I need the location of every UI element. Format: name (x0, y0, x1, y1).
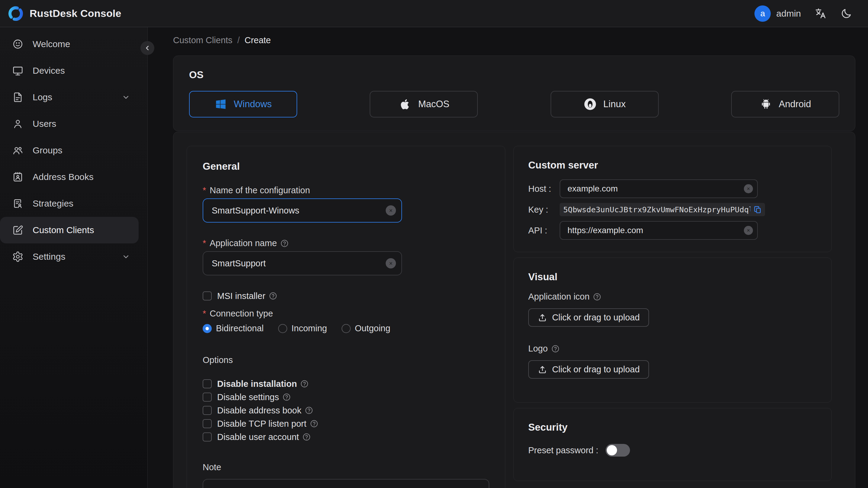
connection-type-label: * Connection type (203, 309, 489, 318)
sidebar-item-label: Logs (33, 92, 52, 102)
question-circle-icon[interactable] (282, 393, 291, 402)
question-circle-icon[interactable] (304, 406, 313, 415)
question-circle-icon[interactable] (300, 379, 309, 388)
option-disable-address-book[interactable]: Disable address book (203, 404, 489, 417)
note-textarea[interactable] (203, 479, 489, 488)
custom-server-title: Custom server (528, 159, 817, 171)
general-card: General * Name of the configuration × * … (187, 146, 505, 488)
clear-icon[interactable]: × (744, 226, 753, 235)
config-name-input[interactable] (212, 206, 382, 216)
checkbox[interactable] (203, 393, 212, 402)
question-circle-icon[interactable] (593, 292, 601, 301)
question-circle-icon[interactable] (302, 432, 311, 441)
general-title: General (203, 161, 489, 172)
host-label: Host : (528, 184, 560, 194)
question-circle-icon[interactable] (280, 239, 289, 248)
breadcrumb-section[interactable]: Custom Clients (173, 35, 232, 45)
rustdesk-logo-icon (8, 6, 24, 22)
option-disable-tcp-listen-port[interactable]: Disable TCP listen port (203, 417, 489, 430)
host-field: × (560, 179, 758, 198)
monitor-icon (12, 65, 24, 77)
topbar-right: a admin (754, 5, 852, 22)
sidebar-item-address-books[interactable]: Address Books (0, 164, 147, 190)
app-title: RustDesk Console (30, 7, 121, 19)
clear-icon[interactable]: × (386, 205, 396, 216)
key-field: 5Qbwsde3unUcJBtrx9ZkvUmwFNoExHzpryHuPUdq… (560, 203, 765, 216)
app-name-input[interactable] (212, 258, 382, 269)
option-disable-installation[interactable]: Disable installation (203, 377, 489, 391)
translate-icon (814, 7, 827, 20)
question-circle-icon[interactable] (551, 344, 560, 353)
msi-installer-row: MSI installer (203, 289, 489, 303)
copy-icon (753, 205, 762, 214)
brand: RustDesk Console (8, 6, 121, 22)
checkbox[interactable] (203, 406, 212, 415)
moon-icon (840, 7, 852, 20)
os-button-linux[interactable]: Linux (551, 91, 659, 118)
avatar[interactable]: a (754, 5, 771, 22)
required-marker: * (203, 309, 206, 318)
sidebar-collapse-button[interactable] (141, 41, 154, 55)
user-menu[interactable]: a admin (754, 5, 801, 22)
right-column: Custom server Host : × Key : 5Qbwsde3unU… (514, 146, 832, 480)
dark-mode-toggle[interactable] (840, 7, 852, 20)
checkbox[interactable] (203, 379, 212, 388)
os-button-windows[interactable]: Windows (189, 91, 297, 118)
radio-outgoing[interactable]: Outgoing (342, 324, 391, 333)
document-icon (12, 92, 24, 103)
copy-key-button[interactable] (753, 205, 762, 214)
host-input[interactable] (567, 184, 740, 193)
visual-card: Visual Application icon Click or drag to… (514, 257, 832, 402)
api-field: × (560, 221, 758, 240)
clear-icon[interactable]: × (386, 258, 396, 269)
sidebar-item-label: Address Books (33, 172, 94, 182)
sidebar-item-devices[interactable]: Devices (0, 57, 147, 84)
os-section: OS Windows MacOS (173, 56, 855, 131)
api-input[interactable] (567, 225, 740, 235)
os-button-label: Linux (603, 99, 626, 110)
sidebar-item-groups[interactable]: Groups (0, 137, 147, 164)
msi-installer-label: MSI installer (217, 291, 278, 301)
preset-password-toggle[interactable] (606, 444, 630, 457)
key-label: Key : (528, 205, 560, 215)
visual-title: Visual (528, 271, 817, 283)
language-button[interactable] (814, 7, 827, 20)
os-button-macos[interactable]: MacOS (370, 91, 478, 118)
sidebar-item-welcome[interactable]: Welcome (0, 31, 147, 57)
breadcrumb-separator: / (238, 35, 240, 45)
sidebar-item-settings[interactable]: Settings (0, 243, 147, 270)
sidebar-item-label: Users (33, 119, 56, 129)
checkbox[interactable] (203, 432, 212, 441)
users-icon (12, 145, 24, 156)
apple-logo-icon (398, 97, 412, 111)
question-circle-icon[interactable] (310, 419, 319, 428)
question-circle-icon[interactable] (269, 292, 278, 301)
clear-icon[interactable]: × (744, 184, 753, 193)
application-icon-upload-button[interactable]: Click or drag to upload (528, 308, 649, 327)
logo-label: Logo (528, 344, 817, 354)
os-options-row: Windows MacOS Linux (189, 91, 839, 118)
upload-button-label: Click or drag to upload (552, 312, 640, 323)
client-config-section: General * Name of the configuration × * … (173, 132, 855, 488)
radio-icon (203, 324, 212, 333)
option-label: Disable address book (217, 405, 313, 416)
logo-upload-button[interactable]: Click or drag to upload (528, 360, 649, 379)
user-icon (12, 118, 24, 129)
required-marker: * (203, 185, 206, 195)
radio-incoming[interactable]: Incoming (278, 324, 327, 333)
sidebar-item-logs[interactable]: Logs (0, 84, 147, 111)
option-disable-user-account[interactable]: Disable user account (203, 430, 489, 444)
option-disable-settings[interactable]: Disable settings (203, 391, 489, 404)
os-button-android[interactable]: Android (731, 91, 839, 118)
options-list: Disable installation Disable settings (203, 377, 489, 444)
connection-type-group: Bidirectional Incoming Outgoing (203, 324, 489, 333)
linux-penguin-icon (584, 97, 597, 111)
smiley-icon (12, 38, 24, 50)
sidebar-item-users[interactable]: Users (0, 111, 147, 137)
sidebar-item-strategies[interactable]: Strategies (0, 190, 147, 217)
sidebar-item-custom-clients[interactable]: Custom Clients (0, 217, 138, 243)
checkbox[interactable] (203, 419, 212, 428)
security-title: Security (528, 422, 817, 433)
msi-installer-checkbox[interactable] (203, 292, 212, 301)
radio-bidirectional[interactable]: Bidirectional (203, 324, 264, 333)
